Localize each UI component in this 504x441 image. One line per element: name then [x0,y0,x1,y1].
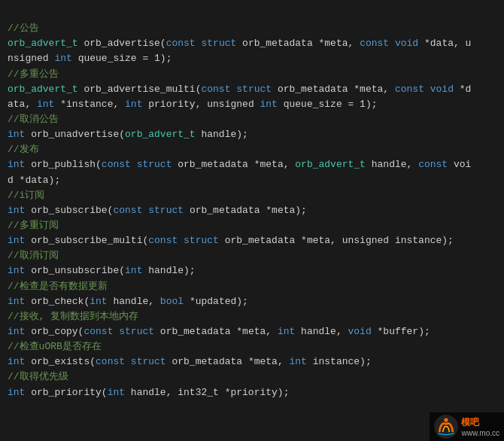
keyword-token: const [102,159,131,170]
normal-token: *d [454,84,471,95]
keyword-token: int [290,356,307,367]
normal-token [125,356,131,367]
keyword-token: int [8,387,25,398]
normal-token: orb_advertise_multi( [78,84,202,95]
normal-token: orb_unsubscribe( [25,265,125,276]
normal-token: *data, u [418,38,471,49]
normal-token: orb_unadvertise( [25,129,125,140]
keyword-token: int [108,387,125,398]
code-block: //公告orb_advert_t orb_advertise(const str… [0,0,504,406]
code-line: ata, int *instance, int priority, unsign… [8,97,496,112]
code-line: orb_advert_t orb_advertise_multi(const s… [8,82,496,97]
watermark-logo-icon [434,415,458,439]
svg-point-1 [445,418,448,421]
keyword-token: int [260,99,277,110]
normal-token: *updated); [184,296,248,307]
keyword-token: const [113,205,142,216]
keyword-token: const [360,38,389,49]
code-line: int orb_copy(const struct orb_metadata *… [8,324,496,339]
keyword-token: int [8,159,25,170]
normal-token: orb_metadata *meta, [154,326,278,337]
keyword-token: const [418,159,448,170]
code-line: int orb_unsubscribe(int handle); [8,263,496,278]
type-token: orb_advert_t [8,84,78,95]
normal-token: handle, [108,296,160,307]
code-line: int orb_priority(int handle, int32_t *pr… [8,385,496,400]
normal-token: orb_priority( [25,387,107,398]
code-line: //检查uORB是否存在 [8,339,496,354]
normal-token: orb_check( [25,296,90,307]
type-token: orb_advert_t [125,129,196,140]
keyword-token: const [148,235,178,246]
code-line: int orb_check(int handle, bool *updated)… [8,294,496,309]
normal-token: orb_exists( [25,356,96,367]
keyword-token: const [96,356,125,367]
normal-token: orb_advertise( [78,38,166,49]
code-line: int orb_subscribe(const struct orb_metad… [8,203,496,218]
code-line: //取消公告 [8,112,496,127]
keyword-token: const [166,38,196,49]
normal-token: *buffer); [372,326,430,337]
code-line: orb_advert_t orb_advertise(const struct … [8,36,496,51]
code-line: int orb_unadvertise(orb_advert_t handle)… [8,127,496,142]
keyword-token: struct [148,205,184,216]
code-line: //检查是否有数据更新 [8,279,496,294]
keyword-token: int [125,265,142,276]
code-line: //接收, 复制数据到本地内存 [8,309,496,324]
code-line: nsigned int queue_size = 1); [8,51,496,66]
normal-token: instance); [307,356,372,367]
keyword-token: int [8,296,25,307]
keyword-token: struct [131,356,166,367]
watermark: 模吧 www.mo.cc [430,412,504,441]
keyword-token: struct [119,326,154,337]
keyword-token: int [37,99,54,110]
normal-token: orb_subscribe( [25,205,113,216]
normal-token: orb_publish( [25,159,101,170]
keyword-token: void [348,326,372,337]
code-line: //多重公告 [8,67,496,82]
normal-token [131,159,137,170]
keyword-token: struct [236,84,272,95]
normal-token: orb_subscribe_multi( [25,235,148,246]
code-line: d *data); [8,173,496,188]
normal-token: *instance, [54,99,125,110]
normal-token: priority, unsigned [142,99,260,110]
code-line: //取得优先级 [8,370,496,385]
normal-token: handle, [366,159,418,170]
normal-token: handle, [295,326,348,337]
code-line: //发布 [8,142,496,157]
keyword-token: struct [137,159,172,170]
keyword-token: int [8,356,25,367]
normal-token: d *data); [8,175,60,186]
keyword-token: int [278,326,295,337]
normal-token [424,84,430,95]
keyword-token: int [8,326,25,337]
keyword-token: const [201,84,230,95]
normal-token: handle); [142,265,195,276]
normal-token: handle); [196,129,248,140]
normal-token: orb_metadata *meta, unsigned instance); [219,235,454,246]
keyword-token: struct [201,38,236,49]
keyword-token: void [430,84,454,95]
keyword-token: int [125,99,142,110]
code-line: //多重订阅 [8,218,496,233]
keyword-token: int [8,205,25,216]
normal-token: orb_metadata *meta); [184,205,307,216]
code-line: int orb_exists(const struct orb_metadata… [8,354,496,370]
keyword-token: int [8,235,25,246]
normal-token: orb_metadata *meta, [166,356,290,367]
normal-token: ata, [8,99,37,110]
keyword-token: int [90,296,107,307]
type-token: orb_advert_t [8,38,78,49]
keyword-token: bool [160,296,184,307]
code-line: //i订阅 [8,188,496,203]
normal-token: orb_metadata *meta, [236,38,360,49]
normal-token: voi [448,159,471,170]
normal-token [178,235,184,246]
normal-token: queue_size = 1); [278,99,378,110]
code-line: //取消订阅 [8,248,496,263]
normal-token: orb_metadata *meta, [272,84,395,95]
keyword-token: const [395,84,424,95]
normal-token: orb_metadata *meta, [172,159,295,170]
normal-token [389,38,395,49]
